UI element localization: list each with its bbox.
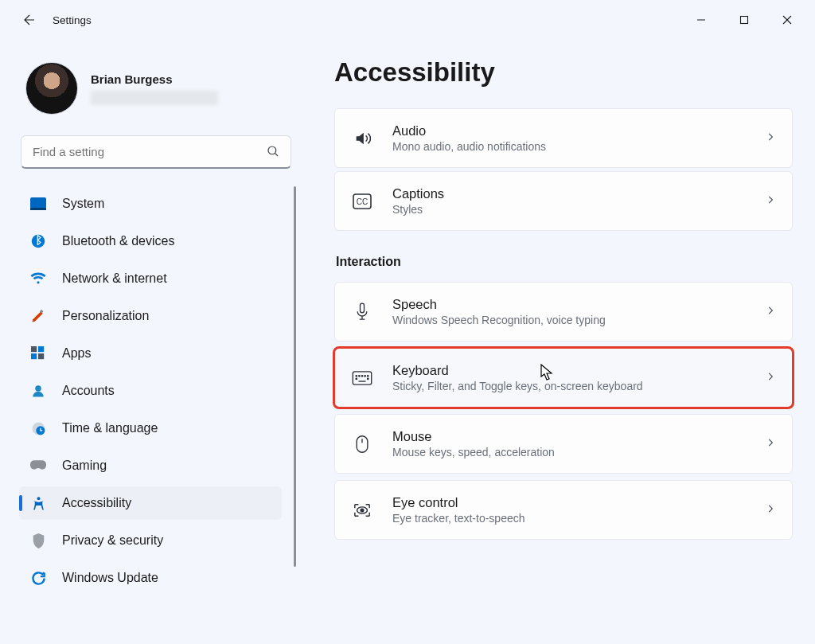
shield-icon xyxy=(30,533,46,548)
back-arrow-icon xyxy=(22,13,37,27)
card-title: Eye control xyxy=(392,495,765,510)
minimize-button[interactable] xyxy=(680,4,723,36)
svg-point-23 xyxy=(359,375,360,376)
svg-point-33 xyxy=(361,509,364,512)
svg-line-5 xyxy=(275,153,278,156)
sidebar-item-accessibility[interactable]: Accessibility xyxy=(19,486,282,520)
paintbrush-icon xyxy=(30,308,46,324)
chevron-right-icon xyxy=(765,503,776,517)
svg-rect-12 xyxy=(31,353,37,359)
sidebar-item-personalization[interactable]: Personalization xyxy=(19,299,282,333)
search-icon xyxy=(266,144,280,162)
svg-point-26 xyxy=(367,375,368,376)
minimize-icon xyxy=(696,15,706,25)
system-icon xyxy=(30,196,46,212)
chevron-right-icon xyxy=(765,194,776,209)
svg-point-24 xyxy=(361,375,362,376)
sidebar-item-gaming[interactable]: Gaming xyxy=(19,449,282,482)
card-speech[interactable]: Speech Windows Speech Recognition, voice… xyxy=(334,282,793,342)
chevron-right-icon xyxy=(765,437,776,451)
section-label-interaction: Interaction xyxy=(336,255,793,269)
wifi-icon xyxy=(30,271,46,287)
microphone-icon xyxy=(351,302,373,322)
sidebar-item-label: Accounts xyxy=(62,384,115,398)
card-eye-control[interactable]: Eye control Eye tracker, text-to-speech xyxy=(334,480,793,540)
sidebar: Brian Burgess System Bluetooth & devices xyxy=(0,40,302,644)
chevron-right-icon xyxy=(765,371,776,385)
sidebar-item-update[interactable]: Windows Update xyxy=(19,561,282,595)
apps-icon xyxy=(30,345,46,361)
user-name: Brian Burgess xyxy=(91,72,218,86)
gamepad-icon xyxy=(30,458,46,474)
chevron-right-icon xyxy=(765,131,776,146)
card-subtitle: Sticky, Filter, and Toggle keys, on-scre… xyxy=(392,380,765,392)
svg-rect-13 xyxy=(38,353,44,359)
card-title: Audio xyxy=(392,123,765,139)
card-title: Keyboard xyxy=(392,363,765,378)
update-icon xyxy=(30,570,46,586)
back-button[interactable] xyxy=(21,11,38,29)
search-input[interactable] xyxy=(21,135,291,169)
svg-point-14 xyxy=(35,385,41,392)
eye-icon xyxy=(351,502,373,519)
svg-point-27 xyxy=(356,378,357,379)
user-row[interactable]: Brian Burgess xyxy=(18,48,296,132)
svg-rect-11 xyxy=(38,346,44,352)
card-keyboard[interactable]: Keyboard Sticky, Filter, and Toggle keys… xyxy=(334,348,793,408)
card-captions[interactable]: CC Captions Styles xyxy=(334,171,793,231)
accessibility-icon xyxy=(30,495,46,511)
avatar xyxy=(25,62,78,115)
svg-point-22 xyxy=(356,375,357,376)
captions-icon: CC xyxy=(351,193,373,209)
svg-point-28 xyxy=(367,378,368,379)
sidebar-item-label: System xyxy=(62,197,104,211)
card-mouse[interactable]: Mouse Mouse keys, speed, acceleration xyxy=(334,414,793,474)
svg-rect-20 xyxy=(361,303,365,313)
bluetooth-icon xyxy=(30,233,46,249)
card-title: Mouse xyxy=(392,429,765,444)
clock-globe-icon xyxy=(30,420,46,436)
card-subtitle: Mono audio, audio notifications xyxy=(392,140,765,153)
card-subtitle: Eye tracker, text-to-speech xyxy=(392,512,765,525)
sidebar-item-privacy[interactable]: Privacy & security xyxy=(19,524,282,557)
sidebar-item-label: Privacy & security xyxy=(62,533,163,548)
sidebar-item-time[interactable]: Time & language xyxy=(19,412,282,445)
sidebar-item-network[interactable]: Network & internet xyxy=(19,262,282,295)
maximize-icon xyxy=(739,15,749,25)
svg-rect-30 xyxy=(357,435,368,452)
sidebar-item-label: Windows Update xyxy=(62,571,158,585)
mouse-icon xyxy=(351,435,373,454)
svg-point-8 xyxy=(32,235,45,248)
card-subtitle: Mouse keys, speed, acceleration xyxy=(392,446,765,459)
svg-rect-1 xyxy=(741,17,748,24)
sidebar-item-label: Accessibility xyxy=(62,496,131,510)
scrollbar-thumb[interactable] xyxy=(294,186,297,567)
svg-rect-10 xyxy=(31,346,37,352)
sidebar-item-bluetooth[interactable]: Bluetooth & devices xyxy=(19,224,282,258)
page-title: Accessibility xyxy=(334,57,793,88)
svg-text:CC: CC xyxy=(357,197,368,206)
speaker-icon xyxy=(351,130,373,147)
card-subtitle: Styles xyxy=(392,203,765,216)
sidebar-item-label: Apps xyxy=(62,346,91,361)
close-button[interactable] xyxy=(766,4,809,36)
sidebar-item-label: Network & internet xyxy=(62,271,167,286)
svg-rect-7 xyxy=(30,208,46,210)
user-email-blurred xyxy=(91,91,218,105)
titlebar: Settings xyxy=(0,0,815,40)
sidebar-item-label: Time & language xyxy=(62,421,158,435)
sidebar-item-apps[interactable]: Apps xyxy=(19,337,282,370)
svg-point-25 xyxy=(365,375,365,376)
sidebar-item-accounts[interactable]: Accounts xyxy=(19,374,282,408)
maximize-button[interactable] xyxy=(723,4,766,36)
card-subtitle: Windows Speech Recognition, voice typing xyxy=(392,314,765,326)
svg-point-4 xyxy=(268,146,276,154)
sidebar-item-label: Bluetooth & devices xyxy=(62,234,174,248)
sidebar-item-system[interactable]: System xyxy=(19,187,282,221)
sidebar-item-label: Personalization xyxy=(62,309,149,323)
card-audio[interactable]: Audio Mono audio, audio notifications xyxy=(334,108,793,168)
svg-point-17 xyxy=(37,497,40,500)
card-title: Captions xyxy=(392,186,765,201)
keyboard-icon xyxy=(351,371,373,385)
chevron-right-icon xyxy=(765,305,776,319)
